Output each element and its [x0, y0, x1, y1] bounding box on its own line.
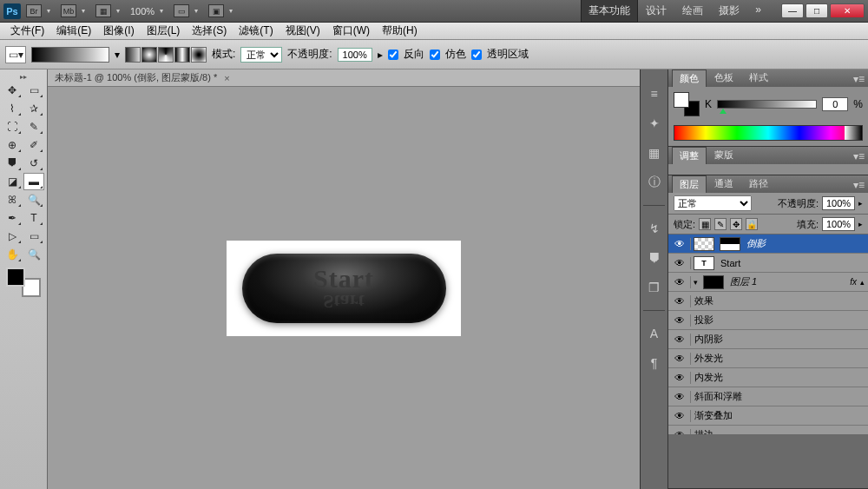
effect-row[interactable]: 👁渐变叠加	[668, 406, 868, 426]
color-swatches[interactable]	[6, 268, 41, 297]
wand-tool[interactable]: ✰	[23, 100, 44, 117]
brush-icon[interactable]: ↯	[646, 220, 663, 237]
history-brush-tool[interactable]: ↺	[23, 155, 44, 172]
layer-name[interactable]: 倒影	[743, 237, 868, 250]
tab-channels[interactable]: 通道	[707, 175, 741, 193]
panel-menu-icon[interactable]: ▾≡	[850, 149, 868, 164]
menu-window[interactable]: 窗口(W)	[327, 22, 375, 40]
layer-name[interactable]: Start	[717, 258, 868, 268]
lock-all-icon[interactable]: 🔒	[746, 218, 758, 230]
lock-position-icon[interactable]: ✥	[730, 218, 742, 230]
shape-tool[interactable]: ▭	[23, 228, 44, 245]
gradient-tool[interactable]: ▬	[23, 173, 44, 190]
layer-blend-select[interactable]: 正常	[674, 195, 752, 211]
menu-help[interactable]: 帮助(H)	[377, 22, 423, 40]
visibility-icon[interactable]: 👁	[668, 314, 691, 327]
k-input[interactable]	[822, 97, 848, 111]
minimize-button[interactable]: —	[781, 3, 804, 18]
workspace-more[interactable]: »	[747, 0, 769, 23]
maximize-button[interactable]: □	[806, 3, 828, 18]
tab-styles[interactable]: 样式	[741, 69, 776, 87]
menu-edit[interactable]: 编辑(E)	[51, 22, 96, 40]
mask-thumb[interactable]	[720, 237, 740, 251]
drop-icon[interactable]: ▾	[229, 7, 238, 15]
crop-tool[interactable]: ⛶	[2, 118, 23, 135]
layer-name[interactable]: 图层 1	[727, 275, 850, 288]
character-icon[interactable]: A	[646, 325, 663, 342]
layer-row[interactable]: 👁 ▾ 图层 1 fx ▴	[668, 273, 868, 292]
lock-transparent-icon[interactable]: ▦	[699, 218, 711, 230]
brush-tool[interactable]: ✐	[23, 136, 44, 154]
canvas[interactable]: Start Start	[48, 87, 640, 489]
visibility-icon[interactable]: 👁	[668, 410, 691, 422]
hand-tool[interactable]: ✋	[2, 246, 23, 263]
marquee-tool[interactable]: ▭	[23, 82, 44, 99]
effect-row[interactable]: 👁外发光	[668, 349, 868, 368]
opacity-arrow[interactable]: ▸	[378, 49, 383, 61]
view-extras-button[interactable]: ▦	[95, 4, 111, 17]
visibility-icon[interactable]: 👁	[668, 353, 691, 365]
dodge-tool[interactable]: 🔍	[23, 191, 44, 208]
panel-menu-icon[interactable]: ▾≡	[850, 71, 868, 87]
dither-checkbox[interactable]	[430, 50, 440, 60]
drop-icon[interactable]: ▾	[160, 7, 168, 15]
screen-mode-button[interactable]: ▣	[208, 4, 224, 17]
linear-gradient-button[interactable]	[125, 47, 141, 63]
healing-tool[interactable]: ⊕	[2, 136, 23, 154]
opacity-arrow[interactable]: ▸	[858, 199, 863, 208]
blur-tool[interactable]: ꕤ	[2, 191, 23, 208]
transparency-checkbox[interactable]	[471, 50, 482, 60]
visibility-icon[interactable]: 👁	[668, 276, 691, 288]
gradient-picker-arrow[interactable]: ▾	[115, 49, 120, 61]
pen-tool[interactable]: ✒	[2, 209, 23, 227]
tab-paths[interactable]: 路径	[741, 175, 776, 193]
layer-thumb[interactable]	[703, 275, 724, 289]
reflected-gradient-button[interactable]	[174, 47, 190, 63]
bridge-button[interactable]: Br	[26, 4, 42, 17]
panel-color-swatch[interactable]	[674, 92, 700, 116]
tool-indicator[interactable]: ▭▾	[5, 46, 26, 63]
workspace-essentials[interactable]: 基本功能	[581, 0, 638, 23]
layer-row[interactable]: 👁 倒影	[668, 235, 868, 254]
text-layer-thumb[interactable]: T	[694, 256, 714, 270]
visibility-icon[interactable]: 👁	[668, 334, 691, 346]
q[interactable]: ▸	[858, 220, 863, 228]
workspace-photography[interactable]: 摄影	[711, 0, 747, 23]
expand-icon[interactable]: ▾	[694, 278, 698, 287]
visibility-icon[interactable]: 👁	[668, 295, 691, 307]
zoom-level[interactable]: 100%	[130, 6, 155, 17]
layer-opacity-input[interactable]	[822, 196, 855, 210]
panel-menu-icon[interactable]: ▾≡	[850, 177, 868, 193]
menu-layer[interactable]: 图层(L)	[141, 22, 186, 40]
visibility-icon[interactable]: 👁	[668, 257, 691, 269]
fx-badge[interactable]: fx	[850, 277, 860, 287]
drop-icon[interactable]: ▾	[116, 7, 125, 15]
visibility-icon[interactable]: 👁	[668, 429, 691, 435]
visibility-icon[interactable]: 👁	[668, 372, 691, 384]
opacity-input[interactable]	[338, 48, 372, 62]
color-spectrum[interactable]	[674, 125, 863, 141]
workspace-painting[interactable]: 绘画	[674, 0, 711, 23]
tab-masks[interactable]: 蒙版	[707, 146, 741, 164]
close-tab-icon[interactable]: ×	[224, 73, 229, 83]
lasso-tool[interactable]: ⌇	[2, 100, 23, 117]
eyedropper-tool[interactable]: ✎	[23, 118, 44, 135]
menu-view[interactable]: 视图(V)	[280, 22, 326, 40]
drop-icon[interactable]: ▾	[47, 7, 56, 15]
document-tab[interactable]: 未标题-1 @ 100% (倒影, 图层蒙版/8) * ×	[48, 69, 640, 87]
fx-expand-icon[interactable]: ▴	[860, 278, 868, 287]
paragraph-icon[interactable]: ¶	[646, 354, 663, 372]
minibridge-button[interactable]: Mb	[61, 4, 76, 17]
radial-gradient-button[interactable]	[141, 47, 157, 63]
visibility-icon[interactable]: 👁	[668, 391, 691, 403]
visibility-icon[interactable]: 👁	[668, 238, 691, 250]
angle-gradient-button[interactable]	[158, 47, 174, 63]
k-slider[interactable]	[717, 100, 817, 109]
tab-swatches[interactable]: 色板	[707, 69, 741, 87]
path-select-tool[interactable]: ▷	[2, 228, 23, 245]
close-button[interactable]: ✕	[830, 3, 865, 18]
stamp-tool[interactable]: ⛊	[2, 155, 23, 172]
menu-image[interactable]: 图像(I)	[98, 22, 139, 40]
effect-row[interactable]: 👁描边	[668, 426, 868, 434]
layers-icon[interactable]: ❐	[646, 279, 663, 296]
